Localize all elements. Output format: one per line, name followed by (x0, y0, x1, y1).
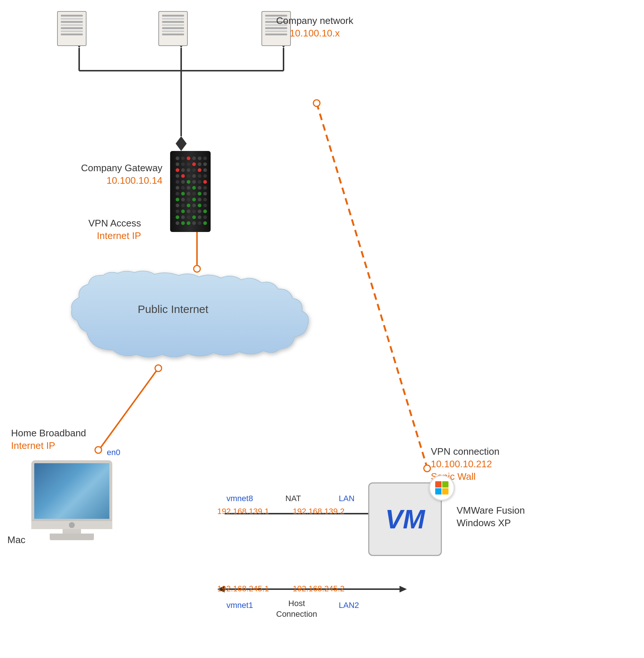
svg-point-36 (198, 162, 201, 166)
svg-point-74 (176, 204, 179, 207)
svg-point-45 (181, 174, 185, 178)
mac-stand-top (63, 529, 81, 534)
svg-point-30 (198, 156, 201, 160)
svg-point-66 (198, 192, 201, 196)
nat-label: NAT (285, 493, 301, 504)
svg-point-44 (176, 174, 179, 178)
svg-marker-4 (176, 136, 187, 151)
cloud-internet (68, 269, 319, 365)
svg-point-90 (198, 215, 201, 219)
lan-label: LAN (339, 493, 355, 504)
svg-point-97 (203, 221, 207, 225)
lan2-label: LAN2 (339, 600, 359, 611)
home-broadband-label: Home Broadband Internet IP (11, 427, 86, 452)
vmnet1-ip2: 192.168.245.2 (293, 584, 345, 594)
svg-point-28 (187, 156, 190, 160)
svg-point-64 (187, 192, 190, 196)
svg-point-37 (203, 162, 207, 166)
svg-point-15 (155, 365, 162, 372)
svg-point-35 (192, 162, 196, 166)
svg-point-63 (181, 192, 185, 196)
svg-point-19 (424, 465, 430, 472)
svg-point-55 (203, 180, 207, 184)
company-network-label: Company network 10.100.10.x (276, 15, 353, 40)
svg-line-14 (99, 368, 158, 449)
svg-point-71 (192, 198, 196, 201)
vmnet8-ip1: 192.168.139.1 (217, 506, 269, 517)
svg-point-86 (176, 215, 179, 219)
svg-point-69 (181, 198, 185, 201)
company-gateway-label: Company Gateway 10.100.10.14 (81, 162, 162, 187)
svg-point-85 (203, 210, 207, 213)
svg-point-42 (198, 168, 201, 172)
svg-point-59 (192, 186, 196, 190)
svg-point-77 (192, 204, 196, 207)
svg-point-48 (198, 174, 201, 178)
svg-line-17 (317, 103, 427, 468)
svg-point-94 (187, 221, 190, 225)
en0-label: en0 (107, 447, 120, 458)
svg-marker-23 (400, 586, 407, 592)
svg-point-67 (203, 192, 207, 196)
switch-icon (170, 151, 211, 233)
svg-point-47 (192, 174, 196, 178)
svg-point-57 (181, 186, 185, 190)
svg-point-89 (192, 215, 196, 219)
vmnet1-label: vmnet1 (226, 600, 253, 611)
svg-point-27 (181, 156, 185, 160)
svg-point-76 (187, 204, 190, 207)
host-connection-label: Host Connection (276, 598, 317, 619)
svg-point-82 (187, 210, 190, 213)
svg-point-70 (187, 198, 190, 201)
svg-point-33 (181, 162, 185, 166)
svg-point-40 (187, 168, 190, 172)
svg-point-88 (187, 215, 190, 219)
svg-point-65 (192, 192, 196, 196)
svg-point-68 (176, 198, 179, 201)
svg-point-46 (187, 174, 190, 178)
svg-point-96 (198, 221, 201, 225)
windows-logo (435, 481, 448, 495)
svg-point-34 (187, 162, 190, 166)
svg-point-18 (313, 100, 320, 106)
svg-point-41 (192, 168, 196, 172)
svg-point-73 (203, 198, 207, 201)
svg-point-49 (203, 174, 207, 178)
svg-point-16 (95, 447, 102, 453)
svg-point-92 (176, 221, 179, 225)
svg-point-78 (198, 204, 201, 207)
svg-point-60 (198, 186, 201, 190)
mac-label: Mac (7, 534, 25, 546)
svg-point-75 (181, 204, 185, 207)
svg-point-52 (187, 180, 190, 184)
svg-point-79 (203, 204, 207, 207)
svg-point-84 (198, 210, 201, 213)
svg-point-32 (176, 162, 179, 166)
svg-point-43 (203, 168, 207, 172)
svg-point-95 (192, 221, 196, 225)
mac-screen (31, 460, 112, 521)
svg-point-50 (176, 180, 179, 184)
mac-stand-bottom (50, 534, 94, 540)
svg-point-58 (187, 186, 190, 190)
svg-point-38 (176, 168, 179, 172)
svg-point-83 (192, 210, 196, 213)
vmnet1-ip1: 192.168.245.1 (217, 584, 269, 594)
svg-point-72 (198, 198, 201, 201)
diagram: Company network 10.100.10.x (0, 0, 644, 658)
svg-point-81 (181, 210, 185, 213)
server-icon-middle (158, 11, 188, 46)
svg-point-29 (192, 156, 196, 160)
svg-point-51 (181, 180, 185, 184)
public-internet-label: Public Internet (136, 302, 210, 316)
svg-point-61 (203, 186, 207, 190)
vmnet8-label: vmnet8 (226, 493, 253, 504)
windows-badge (429, 475, 455, 501)
svg-point-39 (181, 168, 185, 172)
svg-point-56 (176, 186, 179, 190)
svg-point-54 (198, 180, 201, 184)
mac-computer (31, 460, 112, 540)
apple-logo (69, 522, 75, 528)
server-icon-left (57, 11, 87, 46)
vmnet8-ip2: 192.168.139.2 (293, 506, 345, 517)
